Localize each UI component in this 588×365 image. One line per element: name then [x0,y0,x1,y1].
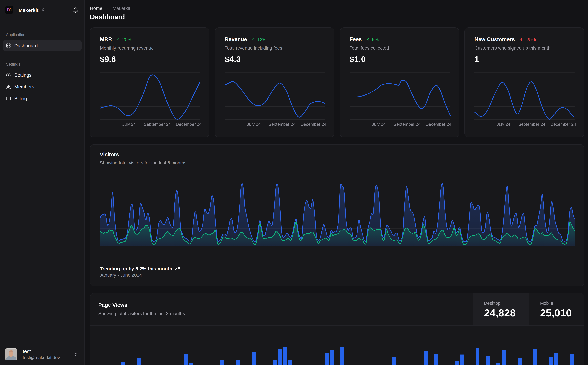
svg-text:July 24: July 24 [122,122,136,126]
svg-text:December 24: December 24 [301,122,326,126]
svg-text:September 24: September 24 [394,122,421,126]
svg-text:July 24: July 24 [247,122,261,126]
svg-text:December 24: December 24 [426,122,451,126]
svg-text:July 24: July 24 [372,122,385,126]
svg-text:December 24: December 24 [550,122,576,126]
svg-text:September 24: September 24 [518,122,545,126]
svg-text:July 24: July 24 [497,122,510,126]
svg-text:September 24: September 24 [269,122,296,126]
svg-text:December 24: December 24 [176,122,202,126]
svg-text:September 24: September 24 [144,122,171,126]
